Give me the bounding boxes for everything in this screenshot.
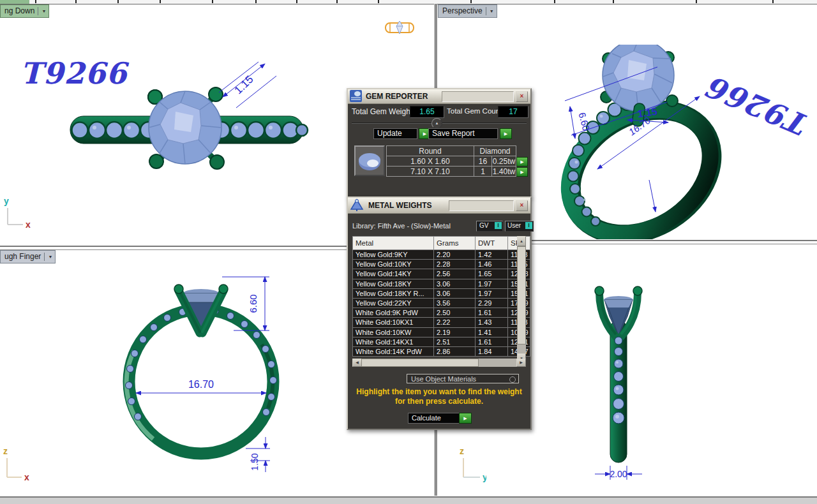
axis-z-label: z	[3, 446, 8, 456]
ring-side-view: 2.00	[590, 281, 667, 491]
titlebar-grip	[449, 200, 514, 211]
dimension-label: 16.70	[188, 379, 214, 390]
metal-table-hscrollbar[interactable]: ◀ ▶	[352, 359, 526, 367]
axis-y-label: y	[483, 472, 486, 482]
collapse-button[interactable]: ▲	[431, 118, 442, 129]
viewport-label-bottom-text: ugh Finger	[4, 251, 41, 263]
col-type: Diamond	[474, 146, 516, 156]
metal-weights-panel: METAL WEIGHTS × Library: Fifth Ave - (Sl…	[347, 196, 532, 430]
viewport-label-bottom[interactable]: ugh Finger ▼	[0, 250, 56, 263]
gem-table: Round Diamond 1.60 X 1.60 16 0.25tw 7.10…	[386, 145, 516, 177]
gem-reporter-titlebar[interactable]: GEM REPORTER ×	[348, 89, 530, 104]
viewport-label-top-text: ng Down	[4, 5, 34, 17]
metal-row[interactable]: Yellow Gold:18KY3.061.9715.41	[353, 279, 530, 288]
axis-triad-top: y x	[1, 195, 31, 231]
metal-table-header: Metal Grams DWT SPG	[353, 237, 530, 250]
axis-y-label: y	[4, 196, 9, 206]
vscroll-thumb[interactable]	[517, 246, 526, 345]
gem-count: 1	[474, 167, 492, 177]
gem-reporter-title: GEM REPORTER	[366, 89, 428, 103]
scroll-right-icon[interactable]: ▶	[516, 359, 526, 367]
scroll-left-icon[interactable]: ◀	[352, 359, 362, 367]
gem-row-go-icon[interactable]: ▶	[516, 167, 528, 177]
axis-x-label: x	[26, 219, 31, 230]
gem-size: 1.60 X 1.60	[387, 156, 474, 167]
axis-triad-side: z y	[454, 445, 486, 482]
metal-row[interactable]: White Gold:10KX12.221.4311.18	[353, 318, 530, 327]
close-icon[interactable]: ×	[516, 200, 528, 211]
metal-table: Metal Grams DWT SPG Yellow Gold:9KY2.201…	[352, 236, 530, 357]
viewport-label-perspective[interactable]: Perspective ▼	[438, 4, 497, 18]
gem-thumbnail[interactable]	[354, 145, 385, 176]
user-indicator: I	[525, 222, 532, 229]
update-button[interactable]: Update	[373, 128, 417, 139]
gem-size: 7.10 X 7.10	[387, 167, 474, 177]
calculate-button[interactable]: Calculate	[408, 413, 462, 424]
ring-front-view: 6.60 16.70 1.50	[115, 268, 287, 498]
use-object-materials-label: Use Object Materials	[411, 375, 476, 383]
dimension-label: 6.60	[576, 111, 592, 132]
metal-weights-titlebar[interactable]: METAL WEIGHTS ×	[348, 198, 530, 214]
total-gem-count-label: Total Gem Count	[447, 107, 502, 115]
ring-perspective-view: 6.60 16.70 1.15	[546, 45, 817, 239]
gem-weight: 1.40tw	[492, 167, 516, 177]
gem-row-go-icon[interactable]: ▶	[516, 157, 528, 167]
dimension-label: 6.60	[248, 294, 259, 313]
dimension-label: 1.15	[232, 73, 256, 97]
dimension-front-diameter: 16.70	[136, 379, 266, 393]
gem-row[interactable]: 1.60 X 1.60 16 0.25tw	[387, 156, 516, 167]
col-metal: Metal	[353, 237, 434, 250]
gv-indicator: I	[495, 222, 502, 229]
close-icon[interactable]: ×	[516, 91, 528, 102]
metal-row[interactable]: Yellow Gold:22KY3.562.2917.89	[353, 298, 530, 308]
col-shape: Round	[387, 146, 474, 156]
hscroll-thumb[interactable]	[361, 359, 479, 367]
save-report-go-icon[interactable]: ▶	[500, 128, 512, 139]
total-gem-weight-label: Total Gem Weight	[352, 107, 412, 116]
user-button[interactable]: User I	[505, 221, 534, 232]
dimension-label: 2.00	[610, 469, 627, 479]
gem-reporter-icon	[350, 90, 362, 102]
metal-row[interactable]: Yellow Gold:9KY2.201.4211.08	[353, 250, 530, 260]
hint-text-line2: for then press calculate.	[348, 397, 530, 406]
calculate-go-icon[interactable]: ▶	[459, 413, 472, 424]
metal-row[interactable]: White Gold:14KX12.511.6112.61	[353, 337, 530, 346]
metal-weights-icon	[350, 198, 364, 212]
col-grams: Grams	[434, 237, 476, 250]
radio-icon	[509, 376, 516, 383]
use-object-materials-button[interactable]: Use Object Materials	[407, 374, 519, 383]
toolbar-active-segment	[0, 0, 29, 4]
gv-button[interactable]: GV I	[476, 221, 503, 232]
divider	[38, 7, 38, 15]
chevron-down-icon[interactable]: ▼	[490, 5, 494, 17]
dimension-label: 1.50	[250, 453, 260, 470]
metal-table-vscrollbar[interactable]: ▲ ▼	[517, 236, 526, 364]
dimension-top-prong: 1.15	[219, 62, 276, 108]
metal-row[interactable]: Yellow Gold:18KY R...3.061.9715.41	[353, 288, 530, 298]
axis-x-label: x	[24, 472, 29, 482]
dimension-side-width: 2.00	[595, 466, 642, 480]
gem-row[interactable]: 7.10 X 7.10 1 1.40tw	[387, 167, 516, 177]
gem-weight: 0.25tw	[492, 156, 516, 167]
metal-row[interactable]: Yellow Gold:14KY2.561.6512.88	[353, 269, 530, 279]
metal-row[interactable]: Yellow Gold:10KY2.281.4611.45	[353, 260, 530, 269]
metal-row[interactable]: White Gold:14K PdW2.861.8414.37	[353, 346, 530, 356]
user-button-label: User	[507, 222, 521, 229]
scroll-up-icon[interactable]: ▲	[517, 236, 526, 246]
metal-row[interactable]: White Gold:10KW2.191.4110.99	[353, 327, 530, 337]
chevron-down-icon[interactable]: ▼	[41, 5, 46, 17]
metal-row[interactable]: White Gold:9K PdW2.501.6112.59	[353, 308, 530, 318]
hint-text-line1: Highlight the item you want to find the …	[348, 387, 530, 396]
total-gem-count-value: 17	[498, 106, 528, 118]
axis-triad-front: z x	[1, 445, 31, 482]
col-dwt: DWT	[476, 237, 508, 250]
save-report-button[interactable]: Save Report	[428, 128, 498, 139]
viewport-label-perspective-text: Perspective	[442, 5, 483, 17]
divider	[486, 7, 486, 15]
gem-table-header: Round Diamond	[387, 146, 516, 156]
toolbar-remnant	[0, 0, 817, 4]
chevron-down-icon[interactable]: ▼	[48, 251, 52, 263]
ring-wireframe-thumbnail	[383, 18, 416, 37]
viewport-label-top[interactable]: ng Down ▼	[0, 4, 49, 18]
axis-z-label: z	[460, 446, 464, 456]
